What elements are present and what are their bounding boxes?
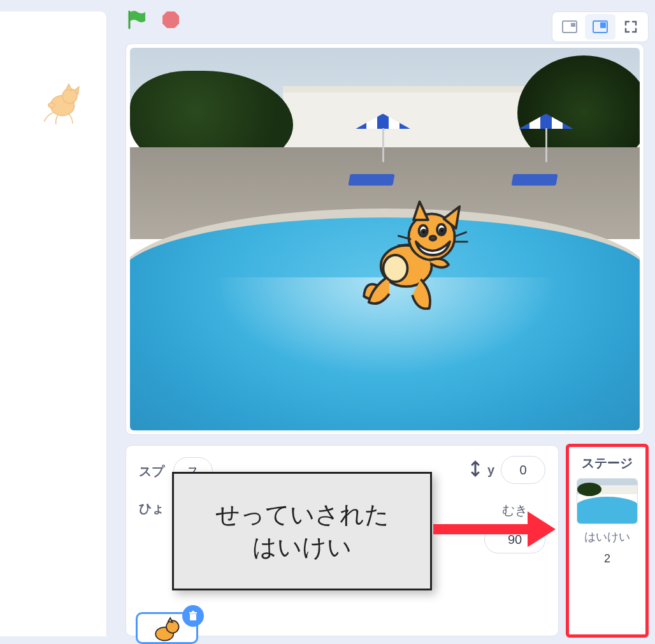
large-stage-button[interactable] <box>585 14 615 40</box>
sprite-label: スプ <box>139 463 164 480</box>
svg-point-15 <box>430 236 436 240</box>
svg-rect-5 <box>571 23 575 27</box>
backdrop-count: 2 <box>568 552 647 566</box>
delete-sprite-button[interactable] <box>182 605 204 627</box>
svg-point-2 <box>48 103 55 107</box>
annotation-arrow-icon <box>433 516 561 542</box>
svg-rect-21 <box>189 612 197 614</box>
backdrop-label: はいけい <box>568 529 647 545</box>
svg-marker-3 <box>162 11 179 28</box>
stop-button[interactable] <box>161 10 180 29</box>
svg-rect-22 <box>192 611 194 612</box>
y-label: y <box>487 463 494 478</box>
annotation-line1: せっていされた <box>215 501 389 528</box>
stage-size-controls <box>552 11 649 42</box>
stage[interactable] <box>126 43 644 435</box>
svg-rect-7 <box>600 22 606 28</box>
scripts-area[interactable] <box>0 11 107 636</box>
show-label: ひょ <box>139 500 164 517</box>
stage-title: ステージ <box>568 446 647 476</box>
green-flag-button[interactable] <box>126 9 147 31</box>
small-stage-button[interactable] <box>554 14 585 40</box>
stage-selector-panel[interactable]: ステージ はいけい 2 <box>567 445 647 636</box>
stage-canvas[interactable] <box>130 48 640 430</box>
svg-rect-20 <box>190 614 196 620</box>
svg-point-14 <box>440 229 444 233</box>
sprite-thumbnail-selected[interactable] <box>136 612 198 644</box>
sprite-watermark-cat-icon <box>40 80 85 126</box>
annotation-callout: せっていされた はいけい <box>172 472 432 590</box>
svg-point-9 <box>384 255 408 282</box>
sprite-cat[interactable] <box>353 194 474 316</box>
updown-arrow-icon <box>470 460 481 480</box>
annotation-line2: はいけい <box>252 534 352 560</box>
svg-point-13 <box>422 230 426 235</box>
fullscreen-button[interactable] <box>615 14 646 40</box>
y-input[interactable]: 0 <box>501 456 545 484</box>
stage-backdrop-thumbnail[interactable] <box>577 478 638 524</box>
